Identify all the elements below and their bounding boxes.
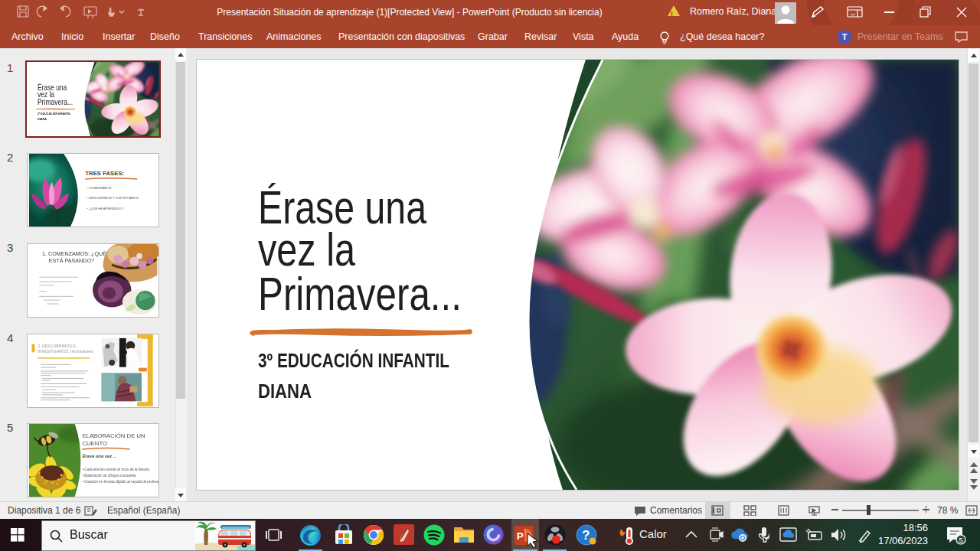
svg-text:ELABORACIÓN DE UN: ELABORACIÓN DE UN xyxy=(82,432,145,439)
svg-text:ESTÁ PASANDO?: ESTÁ PASANDO? xyxy=(49,257,94,264)
svg-text:CUENTO: CUENTO xyxy=(82,440,107,447)
svg-text:• ¿QUÉ HE APRENDIDO?: • ¿QUÉ HE APRENDIDO? xyxy=(87,207,124,210)
svg-text:P: P xyxy=(517,530,524,542)
svg-text:5: 5 xyxy=(959,536,963,544)
svg-text:?: ? xyxy=(582,528,590,543)
svg-text:• DESCUBRIMOS Y JUSTIFICAMOS: • DESCUBRIMOS Y JUSTIFICAMOS xyxy=(87,196,139,200)
svg-text:• Cada alumno cuenta un trozo: • Cada alumno cuenta un trozo de la hist… xyxy=(82,468,150,471)
svg-text:1. COMENZAMOS: ¿QUÉ: 1. COMENZAMOS: ¿QUÉ xyxy=(42,251,106,258)
svg-text:INVESTIGAMOS. (Actividades): INVESTIGAMOS. (Actividades) xyxy=(38,349,93,354)
svg-text:• Elaboración de dibujos a acu: • Elaboración de dibujos a acuarela. xyxy=(82,474,136,478)
svg-text:2. DESCUBRIMOS E: 2. DESCUBRIMOS E xyxy=(38,344,76,348)
svg-text:TRES FASES:: TRES FASES: xyxy=(85,170,124,177)
svg-text:• Creación en formato digital: • Creación en formato digital con ayuda … xyxy=(82,480,158,484)
svg-text:• COMENZAMOS: • COMENZAMOS xyxy=(87,186,111,190)
svg-text:Érase una vez ...: Érase una vez ... xyxy=(82,453,116,458)
